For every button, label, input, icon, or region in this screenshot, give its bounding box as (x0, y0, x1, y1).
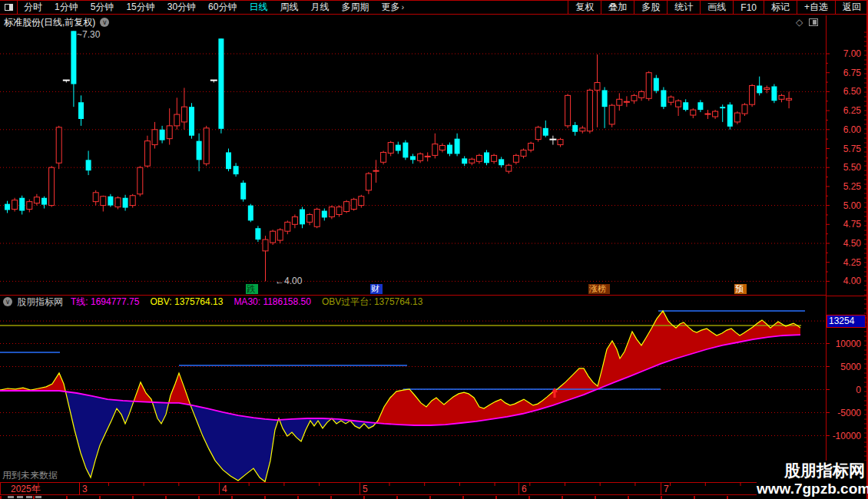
indicator-tick-label: -10000 (833, 431, 862, 441)
tab-more[interactable]: 更多› (375, 1, 410, 14)
btn-fuquan[interactable]: 复权 (568, 1, 601, 14)
price-tick-label: 6.75 (843, 68, 862, 78)
btn-draw[interactable]: 画线 (700, 1, 733, 14)
indicator-field: OBV过平台: 1375764.13 (322, 296, 422, 307)
price-tick-label: 7.00 (843, 48, 862, 59)
btn-overlay[interactable]: 叠加 (601, 1, 634, 14)
watermark-url: www.7gpzb.com (757, 481, 865, 497)
tab-15min[interactable]: 15分钟 (120, 1, 161, 14)
title-dropdown-icon[interactable]: ∨ (100, 18, 109, 27)
price-axis: 7.006.756.506.256.005.755.505.255.004.75… (826, 15, 868, 482)
indicator-tick-label: 10000 (836, 339, 862, 349)
tab-weekly[interactable]: 周线 (273, 1, 304, 14)
indicator-tick-label: -5000 (837, 408, 861, 418)
trading-app-window: 分时1分钟5分钟15分钟30分钟60分钟日线周线月线多周期更多› 复权叠加多股统… (0, 0, 868, 499)
title-bar: 标准股份(日线,前复权) ∨ (0, 15, 826, 29)
indicator-tick-label: 5000 (840, 362, 861, 372)
indicator-tick-label: 0 (856, 385, 861, 395)
price-annotation: ←4.00 (275, 276, 303, 286)
btn-f10[interactable]: F10 (733, 1, 764, 14)
price-tick-label: 6.50 (843, 86, 862, 97)
month-label: 5 (363, 484, 368, 494)
event-badge[interactable]: 跌 (246, 284, 258, 294)
month-label: 7 (664, 484, 669, 494)
btn-back[interactable]: 返回 (835, 1, 868, 14)
tab-multi-period[interactable]: 多周期 (335, 1, 375, 14)
time-axis[interactable]: 345672025年 (0, 482, 868, 495)
btn-multi-stock[interactable]: 多股 (634, 1, 667, 14)
tab-1min[interactable]: 1分钟 (48, 1, 84, 14)
indicator-collapse-icon[interactable]: ∨ (3, 297, 12, 306)
price-tick-label: 5.25 (843, 181, 862, 192)
month-label: 3 (82, 484, 88, 494)
indicator-header: ∨ 股朋指标网 T线: 1694777.75OBV: 1375764.13MA3… (0, 296, 826, 307)
year-label: 2025年 (11, 484, 41, 494)
btn-stats[interactable]: 统计 (667, 1, 700, 14)
main-candlestick-chart[interactable]: ~7.30←4.00 (0, 29, 826, 295)
tab-5min[interactable]: 5分钟 (84, 1, 121, 14)
event-badge[interactable]: 财 (370, 284, 383, 294)
btn-mark[interactable]: 标记 (764, 1, 797, 14)
toolbar-right-menu: 复权叠加多股统计画线F10标记+自选返回 (568, 1, 868, 14)
price-tick-label: 6.25 (843, 105, 862, 116)
tab-daily[interactable]: 日线 (243, 1, 273, 14)
price-annotation: ~7.30 (77, 29, 101, 40)
watermark-site-name: 股朋指标网 (757, 461, 865, 481)
price-tick-label: 5.00 (843, 200, 862, 211)
chevron-right-icon: › (401, 2, 404, 12)
month-label: 4 (222, 484, 227, 494)
top-toolbar: 分时1分钟5分钟15分钟30分钟60分钟日线周线月线多周期更多› 复权叠加多股统… (0, 0, 868, 15)
indicator-field: T线: 1694777.75 (71, 296, 139, 307)
tab-fenshi[interactable]: 分时 (18, 1, 48, 14)
page-title: 标准股份(日线,前复权) (4, 16, 95, 29)
window-layout-button[interactable] (0, 1, 18, 14)
indicator-name: 股朋指标网 (17, 296, 63, 309)
event-badge[interactable]: 涨榜 (588, 284, 610, 294)
pane-icon[interactable] (809, 18, 818, 26)
price-tick-label: 4.50 (843, 238, 862, 249)
bottom-strip (0, 496, 868, 499)
price-tick-label: 5.75 (843, 144, 862, 154)
indicator-max-value-badge: 13254 (827, 315, 866, 328)
price-tick-label: 5.50 (843, 162, 862, 173)
price-tick-label: 4.75 (843, 219, 862, 230)
future-data-note: 用到未来数据 (2, 469, 58, 482)
price-tick-label: 4.25 (843, 257, 862, 268)
watermark: 股朋指标网 www.7gpzb.com (757, 461, 866, 499)
price-tick-label: 6.00 (843, 124, 862, 135)
btn-add-watchlist[interactable]: +自选 (797, 1, 835, 14)
event-badge[interactable]: 预 (734, 284, 747, 294)
indicator-field: MA30: 1186158.50 (234, 296, 311, 307)
price-tick-label: 4.00 (843, 276, 862, 286)
diamond-icon[interactable]: ◇ (796, 18, 803, 27)
month-label: 6 (522, 484, 527, 494)
tab-monthly[interactable]: 月线 (304, 1, 335, 14)
indicator-field: OBV: 1375764.13 (150, 296, 223, 307)
tab-60min[interactable]: 60分钟 (202, 1, 243, 14)
obv-indicator-chart[interactable] (0, 307, 826, 482)
period-menu: 分时1分钟5分钟15分钟30分钟60分钟日线周线月线多周期更多› (18, 1, 410, 14)
tab-30min[interactable]: 30分钟 (161, 1, 202, 14)
layout-icon (5, 4, 13, 11)
